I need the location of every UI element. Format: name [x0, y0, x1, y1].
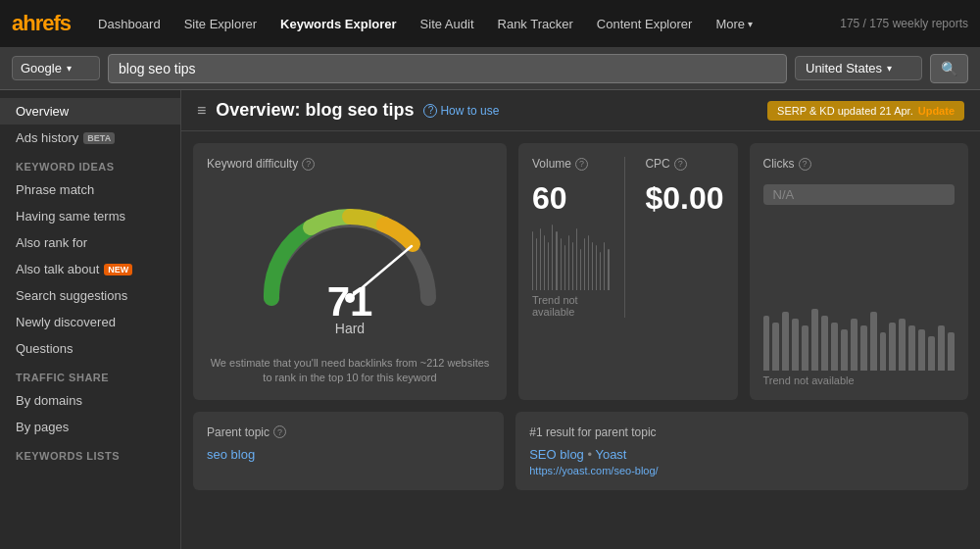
- parent-topic-info-icon[interactable]: ?: [273, 425, 286, 438]
- clicks-title: Clicks ?: [763, 157, 956, 171]
- trend-bar: [918, 329, 925, 371]
- logo[interactable]: ahrefs: [12, 11, 71, 36]
- search-bar: Google ▾ United States ▾ 🔍: [0, 47, 980, 90]
- number-one-result-card: #1 result for parent topic SEO blog • Yo…: [515, 412, 968, 490]
- parent-topic-value[interactable]: seo blog: [207, 447, 490, 462]
- cpc-value: $0.00: [645, 180, 723, 217]
- sidebar-item-by-domains[interactable]: By domains: [0, 387, 180, 414]
- volume-value: 60: [532, 180, 609, 217]
- sidebar-item-also-talk-about[interactable]: Also talk about NEW: [0, 256, 180, 282]
- bottom-section: Parent topic ? seo blog #1 result for pa…: [181, 412, 980, 502]
- weekly-reports: 175 / 175 weekly reports: [840, 17, 968, 30]
- result-url[interactable]: https://yoast.com/seo-blog/: [529, 465, 955, 476]
- clicks-info-icon[interactable]: ?: [799, 158, 811, 171]
- chevron-down-icon: ▾: [67, 63, 72, 74]
- gauge-container: 71 Hard: [207, 180, 493, 346]
- trend-bar: [532, 231, 533, 290]
- trend-bar: [588, 235, 589, 290]
- trend-bar: [889, 323, 896, 371]
- trend-bar: [552, 225, 553, 290]
- trend-bar: [608, 249, 609, 290]
- sidebar-item-newly-discovered[interactable]: Newly discovered: [0, 309, 180, 335]
- clicks-card: Clicks ? N/A Trend not available: [750, 143, 969, 400]
- sidebar-item-phrase-match[interactable]: Phrase match: [0, 176, 180, 203]
- top-nav: ahrefs Dashboard Site Explorer Keywords …: [0, 0, 980, 47]
- sidebar-item-ads-history[interactable]: Ads history BETA: [0, 125, 180, 151]
- logo-hrefs: hrefs: [23, 11, 71, 35]
- trend-bar: [811, 309, 818, 371]
- sidebar-item-questions[interactable]: Questions: [0, 335, 180, 362]
- trend-bar: [851, 319, 858, 371]
- country-select[interactable]: United States ▾: [795, 56, 922, 80]
- new-badge: NEW: [104, 264, 132, 275]
- trend-bar: [899, 319, 906, 371]
- trend-bar: [536, 238, 537, 290]
- result-site: SEO blog • Yoast: [529, 447, 955, 462]
- search-icon: 🔍: [941, 61, 957, 76]
- nav-dashboard[interactable]: Dashboard: [88, 11, 171, 37]
- kd-card-title: Keyword difficulty ?: [207, 157, 493, 171]
- sidebar-section-keywords-lists: Keywords lists: [0, 440, 180, 466]
- nav-more[interactable]: More ▾: [706, 11, 762, 37]
- trend-bar: [548, 242, 549, 290]
- trend-bar: [572, 242, 573, 290]
- nav-keywords-explorer[interactable]: Keywords Explorer: [270, 11, 407, 37]
- trend-bar: [544, 235, 545, 290]
- sidebar-item-overview[interactable]: Overview: [0, 98, 180, 125]
- trend-bar: [860, 325, 867, 371]
- ads-history-badge: BETA: [83, 132, 115, 144]
- trend-bar: [948, 332, 955, 371]
- trend-bar: [841, 329, 848, 371]
- page-title: Overview: blog seo tips: [216, 100, 414, 121]
- main-layout: Overview Ads history BETA Keyword ideas …: [0, 90, 980, 549]
- parent-topic-card: Parent topic ? seo blog: [193, 412, 504, 490]
- cpc-title: CPC ?: [645, 157, 723, 171]
- keyword-difficulty-card: Keyword difficulty ?: [193, 143, 507, 400]
- trend-bar: [596, 245, 597, 290]
- hamburger-icon[interactable]: ≡: [197, 102, 206, 120]
- clicks-na: N/A: [763, 184, 956, 205]
- engine-select[interactable]: Google ▾: [12, 56, 100, 80]
- trend-bar: [782, 312, 789, 371]
- trend-bar: [568, 235, 569, 290]
- trend-bar: [576, 228, 577, 290]
- trend-bar: [772, 323, 779, 371]
- nav-rank-tracker[interactable]: Rank Tracker: [488, 11, 583, 37]
- cpc-info-icon[interactable]: ?: [674, 158, 687, 171]
- sidebar-section-keyword-ideas: Keyword ideas: [0, 151, 180, 176]
- update-link[interactable]: Update: [918, 105, 955, 117]
- search-button[interactable]: 🔍: [930, 54, 968, 83]
- how-to-use-link[interactable]: ? How to use: [423, 104, 499, 118]
- sidebar-section-traffic-share: Traffic share: [0, 362, 180, 387]
- result-title: #1 result for parent topic: [529, 425, 955, 439]
- trend-bar: [908, 325, 915, 371]
- volume-title: Volume ?: [532, 157, 609, 171]
- sidebar-item-having-same-terms[interactable]: Having same terms: [0, 203, 180, 229]
- page-header: ≡ Overview: blog seo tips ? How to use S…: [181, 90, 980, 131]
- trend-bar: [928, 336, 935, 371]
- nav-site-explorer[interactable]: Site Explorer: [174, 11, 267, 37]
- sidebar-item-by-pages[interactable]: By pages: [0, 414, 180, 440]
- trend-bar: [556, 231, 557, 290]
- logo-a: a: [12, 11, 23, 35]
- trend-bar: [938, 325, 945, 371]
- volume-trend-chart: [532, 225, 609, 290]
- result-site-name[interactable]: SEO blog: [529, 447, 584, 462]
- trend-bar: [821, 316, 828, 371]
- kd-note: We estimate that you'll need backlinks f…: [207, 356, 493, 386]
- nav-items: Dashboard Site Explorer Keywords Explore…: [88, 11, 840, 37]
- result-author[interactable]: Yoast: [595, 447, 626, 462]
- kd-info-icon[interactable]: ?: [302, 158, 315, 171]
- volume-cpc-card: Volume ? 60 Trend not available CPC ? $0…: [518, 143, 738, 400]
- sidebar-item-also-rank-for[interactable]: Also rank for: [0, 229, 180, 256]
- nav-site-audit[interactable]: Site Audit: [411, 11, 484, 37]
- trend-bar: [604, 242, 605, 290]
- volume-section: Volume ? 60 Trend not available: [532, 157, 625, 318]
- trend-bar: [584, 238, 585, 290]
- trend-bar: [592, 242, 593, 290]
- nav-content-explorer[interactable]: Content Explorer: [587, 11, 703, 37]
- sidebar: Overview Ads history BETA Keyword ideas …: [0, 90, 181, 549]
- sidebar-item-search-suggestions[interactable]: Search suggestions: [0, 282, 180, 309]
- volume-info-icon[interactable]: ?: [575, 158, 588, 171]
- search-input[interactable]: [108, 54, 787, 83]
